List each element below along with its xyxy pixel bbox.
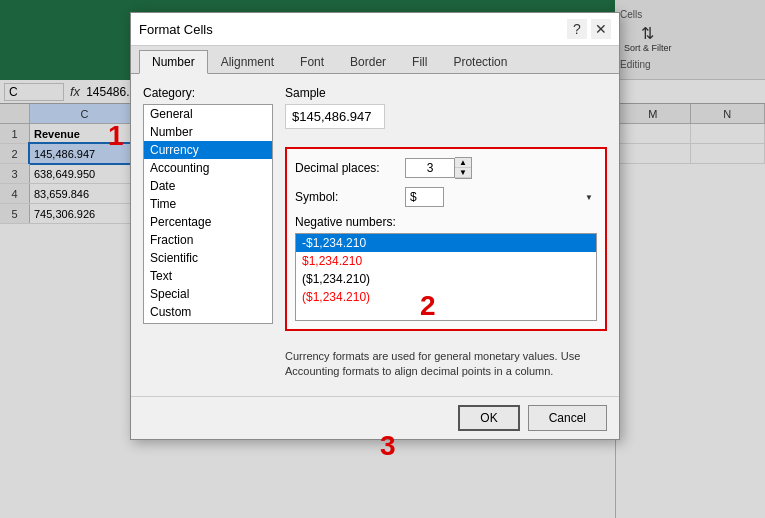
symbol-label: Symbol:	[295, 190, 405, 204]
format-options-panel: Sample $145,486.947 Decimal places: ▲ ▼ …	[285, 86, 607, 384]
neg-item-3[interactable]: ($1,234.210)	[296, 270, 596, 288]
tab-number[interactable]: Number	[139, 50, 208, 74]
decimal-places-row: Decimal places: ▲ ▼	[295, 157, 597, 179]
dialog-close-button[interactable]: ✕	[591, 19, 611, 39]
neg-item-2[interactable]: $1,234.210	[296, 252, 596, 270]
description-text: Currency formats are used for general mo…	[285, 341, 607, 384]
category-text[interactable]: Text	[144, 267, 272, 285]
dialog-tabs: Number Alignment Font Border Fill Protec…	[131, 46, 619, 74]
neg-item-4[interactable]: ($1,234.210)	[296, 288, 596, 306]
category-date[interactable]: Date	[144, 177, 272, 195]
tab-font[interactable]: Font	[287, 50, 337, 73]
decimal-up-button[interactable]: ▲	[455, 158, 471, 168]
tab-fill[interactable]: Fill	[399, 50, 440, 73]
category-scientific[interactable]: Scientific	[144, 249, 272, 267]
tab-border[interactable]: Border	[337, 50, 399, 73]
sample-label: Sample	[285, 86, 607, 100]
dialog-footer: OK Cancel	[131, 396, 619, 439]
tab-protection[interactable]: Protection	[440, 50, 520, 73]
decimal-spinner: ▲ ▼	[455, 157, 472, 179]
dialog-titlebar: Format Cells ? ✕	[131, 13, 619, 46]
symbol-select-wrapper: $ € £ ¥ None	[405, 187, 597, 207]
dialog-help-button[interactable]: ?	[567, 19, 587, 39]
decimal-places-label: Decimal places:	[295, 161, 405, 175]
sample-value: $145,486.947	[285, 104, 385, 129]
dialog-control-buttons: ? ✕	[567, 19, 611, 39]
symbol-select[interactable]: $ € £ ¥ None	[405, 187, 444, 207]
category-custom[interactable]: Custom	[144, 303, 272, 321]
dialog-title: Format Cells	[139, 22, 213, 37]
tab-alignment[interactable]: Alignment	[208, 50, 287, 73]
cancel-button[interactable]: Cancel	[528, 405, 607, 431]
neg-item-1[interactable]: -$1,234.210	[296, 234, 596, 252]
category-accounting[interactable]: Accounting	[144, 159, 272, 177]
annotation-2: 2	[420, 290, 436, 322]
category-general[interactable]: General	[144, 105, 272, 123]
decimal-down-button[interactable]: ▼	[455, 168, 471, 178]
negative-numbers-section: Negative numbers: -$1,234.210 $1,234.210…	[295, 215, 597, 321]
category-fraction[interactable]: Fraction	[144, 231, 272, 249]
annotation-1: 1	[108, 120, 124, 152]
category-label: Category:	[143, 86, 273, 100]
ok-button[interactable]: OK	[458, 405, 519, 431]
category-panel: Category: General Number Currency Accoun…	[143, 86, 273, 384]
category-percentage[interactable]: Percentage	[144, 213, 272, 231]
format-cells-dialog: Format Cells ? ✕ Number Alignment Font B…	[130, 12, 620, 440]
symbol-row: Symbol: $ € £ ¥ None	[295, 187, 597, 207]
decimal-places-input[interactable]	[405, 158, 455, 178]
category-number[interactable]: Number	[144, 123, 272, 141]
negative-numbers-label: Negative numbers:	[295, 215, 597, 229]
category-time[interactable]: Time	[144, 195, 272, 213]
format-settings-section: Decimal places: ▲ ▼ Symbol: $ € £	[285, 147, 607, 331]
category-special[interactable]: Special	[144, 285, 272, 303]
dialog-body: Category: General Number Currency Accoun…	[131, 74, 619, 396]
sample-box: Sample $145,486.947	[285, 86, 607, 129]
annotation-3: 3	[380, 430, 396, 462]
category-list[interactable]: General Number Currency Accounting Date …	[143, 104, 273, 324]
negative-numbers-list[interactable]: -$1,234.210 $1,234.210 ($1,234.210) ($1,…	[295, 233, 597, 321]
category-currency[interactable]: Currency	[144, 141, 272, 159]
